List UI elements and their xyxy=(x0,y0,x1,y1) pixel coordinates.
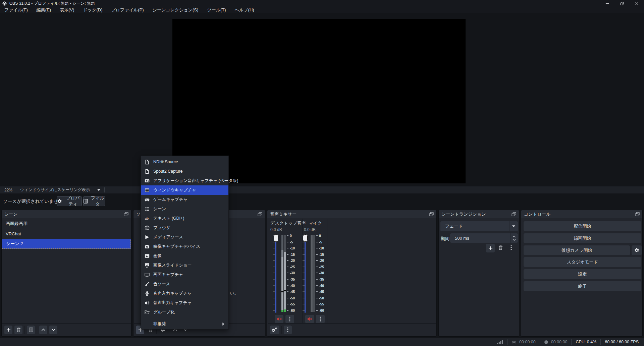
minimize-button[interactable] xyxy=(600,0,614,7)
menu-view[interactable]: 表示(V) xyxy=(55,7,78,13)
source-menu-item-app-audio-capture[interactable]: アプリケーション音声キャプチャ (ベータ版) xyxy=(141,176,228,185)
db-tick-label: -40 xyxy=(319,284,324,288)
divider xyxy=(24,326,25,334)
channel-options-button[interactable] xyxy=(316,315,325,323)
text-icon: ab xyxy=(144,216,150,221)
restore-button[interactable] xyxy=(614,0,629,7)
source-menu-item-image-slideshow[interactable]: 画像スライドショー xyxy=(141,261,228,270)
db-tick xyxy=(316,254,318,255)
db-tick-label: -25 xyxy=(290,265,295,269)
mixer-toolbar xyxy=(268,323,436,336)
scaling-dropdown-caret[interactable] xyxy=(93,186,104,193)
spin-up-icon[interactable] xyxy=(513,235,516,238)
source-menu-item-image[interactable]: 画像 xyxy=(141,251,228,261)
channel-options-button[interactable] xyxy=(285,315,294,323)
source-menu-item-ndi-source[interactable]: NDI® Source xyxy=(141,157,228,167)
scene-item[interactable]: 画面録画用 xyxy=(2,219,131,229)
divider xyxy=(37,326,37,334)
virtual-camera-settings-button[interactable] xyxy=(632,245,642,255)
mute-button[interactable] xyxy=(275,315,283,323)
volume-slider-handle[interactable] xyxy=(274,234,278,242)
add-source-context-menu: NDI® SourceSpout2 Captureアプリケーション音声キャプチャ… xyxy=(141,156,229,330)
mixer-options-button[interactable] xyxy=(284,326,292,334)
menu-docks[interactable]: ドック(D) xyxy=(79,7,107,13)
scene-filters-button[interactable] xyxy=(27,326,35,334)
db-tick-label: -40 xyxy=(290,284,295,288)
menu-profile[interactable]: プロファイル(P) xyxy=(107,7,148,13)
mic-icon xyxy=(144,291,150,296)
start-streaming-button[interactable]: 配信開始 xyxy=(524,221,641,231)
db-tick xyxy=(287,279,288,280)
globe-icon xyxy=(144,225,150,230)
spin-down-icon[interactable] xyxy=(513,239,516,241)
source-menu-item-audio-output-capture[interactable]: 音声出力キャプチャ xyxy=(141,298,228,307)
slider-tick xyxy=(273,242,275,242)
source-menu-item-group[interactable]: グループ化 xyxy=(141,307,228,317)
add-scene-button[interactable] xyxy=(4,326,12,334)
remove-scene-button[interactable] xyxy=(14,326,22,334)
scaling-mode-label: ウィンドウサイズにスケーリング表示 xyxy=(17,187,93,193)
db-tick xyxy=(316,235,318,236)
scene-item[interactable]: シーン 2 xyxy=(2,239,131,249)
db-tick xyxy=(287,304,288,304)
menu-file[interactable]: ファイル(F) xyxy=(0,7,32,13)
menu-tools[interactable]: ツール(T) xyxy=(203,7,230,13)
start-virtual-camera-button[interactable]: 仮想カメラ開始 xyxy=(524,245,630,255)
source-menu-item-game-capture[interactable]: ゲームキャプチャ xyxy=(141,195,228,204)
start-recording-button[interactable]: 録画開始 xyxy=(524,233,641,243)
source-menu-item-scene[interactable]: シーン xyxy=(141,204,228,214)
volume-slider[interactable] xyxy=(275,236,276,313)
exit-button[interactable]: 終了 xyxy=(524,281,641,291)
no-source-selected-label: ソースが選択されていません xyxy=(3,198,63,205)
scene-item[interactable]: VRChat xyxy=(2,229,131,239)
menu-item-label: 色ソース xyxy=(153,281,225,287)
menu-edit[interactable]: 編集(E) xyxy=(32,7,55,13)
divider xyxy=(327,219,327,323)
properties-button-label: プロパティ xyxy=(64,195,82,207)
move-scene-up-button[interactable] xyxy=(39,326,47,334)
mixer-channel-mic: マイク 0.0 dB 0-5-10-15-20-25-30-35-40-45-5… xyxy=(303,219,327,323)
source-menu-item-display-capture[interactable]: 画面キャプチャ xyxy=(141,270,228,279)
db-tick-label: -15 xyxy=(319,252,324,256)
source-menu-item-color-source[interactable]: 色ソース xyxy=(141,279,228,289)
source-menu-item-spout2-capture[interactable]: Spout2 Capture xyxy=(141,167,228,176)
settings-button[interactable]: 設定 xyxy=(524,269,641,279)
source-menu-item-text-gdi[interactable]: abテキスト (GDI+) xyxy=(141,214,228,223)
slider-tick xyxy=(273,254,275,255)
file-icon xyxy=(144,160,150,165)
db-tick xyxy=(316,285,318,286)
remove-transition-button[interactable] xyxy=(498,245,503,250)
duration-spin-arrows[interactable] xyxy=(510,233,518,243)
volume-slider-handle[interactable] xyxy=(303,234,308,242)
source-menu-item-window-capture[interactable]: ウィンドウキャプチャ xyxy=(141,185,228,195)
source-menu-item-media-source[interactable]: メディアソース xyxy=(141,232,228,242)
stream-status-icon xyxy=(512,340,517,344)
mute-button[interactable] xyxy=(305,315,314,323)
menu-help[interactable]: ヘルプ(H) xyxy=(230,7,259,13)
record-status: 00:00:00 xyxy=(544,340,568,344)
filters-button[interactable]: フィルタ xyxy=(83,196,105,206)
close-button[interactable] xyxy=(629,0,644,7)
volume-slider[interactable] xyxy=(305,236,306,313)
menu-scene-collection[interactable]: シーンコレクション(S) xyxy=(148,7,203,13)
studio-mode-button[interactable]: スタジオモード xyxy=(524,257,641,267)
move-scene-down-button[interactable] xyxy=(49,326,57,334)
advanced-audio-button[interactable] xyxy=(270,326,279,334)
scenes-panel: シーン 画面録画用VRChatシーン 2 xyxy=(1,210,131,337)
properties-button[interactable]: プロパティ xyxy=(57,196,82,206)
transition-options-button[interactable] xyxy=(511,245,512,250)
source-menu-item-deprecated[interactable]: 非推奨 xyxy=(141,319,228,329)
source-actions-row: ソースが選択されていません プロパティ フィルタ xyxy=(0,194,644,208)
slider-tick xyxy=(273,267,275,267)
add-transition-button[interactable] xyxy=(486,244,495,252)
slider-tick xyxy=(273,248,275,248)
source-menu-item-browser[interactable]: ブラウザ xyxy=(141,223,228,232)
divider xyxy=(600,339,601,345)
source-menu-item-video-capture-device[interactable]: 映像キャプチャデバイス xyxy=(141,242,228,251)
duration-spinbox[interactable]: 500 ms xyxy=(450,233,518,243)
stream-time: 00:00:00 xyxy=(519,340,536,344)
channel-name: デスクトップ音声 xyxy=(270,220,306,226)
source-menu-item-audio-input-capture[interactable]: 音声入力キャプチャ xyxy=(141,289,228,298)
db-tick xyxy=(287,254,288,255)
transition-select[interactable]: フェード xyxy=(440,221,518,231)
